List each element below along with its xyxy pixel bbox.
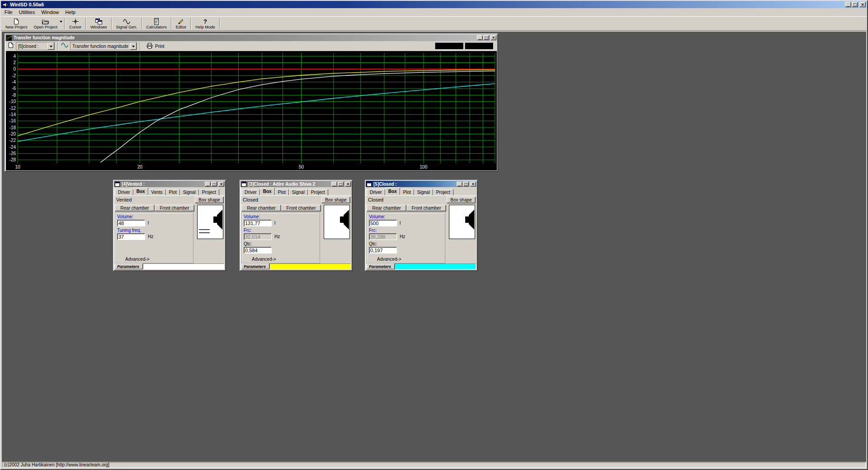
qtc-input[interactable] xyxy=(369,247,397,254)
svg-text:-22: -22 xyxy=(9,138,16,143)
parameters-tab[interactable]: Parameters xyxy=(367,263,395,269)
svg-text:-20: -20 xyxy=(9,132,16,136)
tab-driver[interactable]: Driver xyxy=(115,189,133,196)
box-tab-content: Closed Box shape Rear chamber Front cham… xyxy=(241,195,352,264)
child-titlebar[interactable]: [5]Closed : _ □ × xyxy=(366,181,477,187)
tab-box[interactable]: Box xyxy=(133,188,148,195)
close-button[interactable]: × xyxy=(470,182,476,187)
project-combo[interactable]: [5]closed : xyxy=(16,42,55,50)
speaker-icon xyxy=(344,210,349,230)
new-project-icon xyxy=(13,18,20,25)
editor-icon xyxy=(177,18,184,25)
transfer-function-chart[interactable]: 420-2-4-6-8-10-12-14-16-18-20-22-24-26-2… xyxy=(6,51,497,170)
rear-chamber-tab[interactable]: Rear chamber xyxy=(241,205,281,212)
cursor-button[interactable]: Cursor xyxy=(66,17,85,30)
plot-window-icon xyxy=(6,35,12,41)
close-button[interactable]: × xyxy=(345,182,351,187)
front-chamber-tab[interactable]: Front chamber xyxy=(281,205,321,212)
open-project-dropdown-arrow[interactable] xyxy=(60,21,62,24)
tab-box[interactable]: Box xyxy=(385,188,400,195)
close-button[interactable]: × xyxy=(218,182,224,187)
box-shape-button[interactable]: Box shape xyxy=(447,197,476,203)
tab-vents[interactable]: Vents xyxy=(148,189,166,196)
plot-window-titlebar[interactable]: Transfer function magnitude _ □ × xyxy=(5,34,497,41)
frc-unit: Hz xyxy=(400,234,405,239)
editor-button[interactable]: Editor xyxy=(173,17,190,30)
maximize-button[interactable]: □ xyxy=(463,182,469,187)
maximize-button[interactable]: □ xyxy=(338,182,344,187)
advanced-button[interactable]: Advanced-> xyxy=(125,257,150,262)
new-project-button[interactable]: New Project xyxy=(2,17,31,30)
signal-gen-button[interactable]: Signal Gen. xyxy=(113,17,141,30)
svg-text:20: 20 xyxy=(137,164,143,169)
box-shape-button[interactable]: Box shape xyxy=(321,197,350,203)
help-mode-button[interactable]: ? Help Mode xyxy=(192,17,218,30)
parameters-tab[interactable]: Parameters xyxy=(241,263,269,269)
window-title: [3]Closed : Adire Audio Shiva 2 xyxy=(248,182,315,187)
maximize-button[interactable]: □ xyxy=(852,2,858,7)
tab-signal[interactable]: Signal xyxy=(289,189,308,196)
volume-input[interactable] xyxy=(244,220,272,226)
waveform-icon xyxy=(61,42,68,50)
tab-project[interactable]: Project xyxy=(308,189,328,196)
cursor-icon xyxy=(72,18,79,25)
front-chamber-tab[interactable]: Front chamber xyxy=(406,205,446,212)
tab-project[interactable]: Project xyxy=(199,189,219,196)
child-titlebar[interactable]: [4]Vented : _ □ × xyxy=(114,181,225,187)
minimize-button[interactable]: _ xyxy=(457,182,462,187)
minimize-button[interactable]: _ xyxy=(205,182,211,187)
windows-button[interactable]: Windows xyxy=(87,17,110,30)
menu-window[interactable]: Window xyxy=(38,9,62,15)
project-combo-arrow-icon[interactable] xyxy=(47,42,54,50)
close-button[interactable]: × xyxy=(491,35,496,40)
tuning-freq-input[interactable] xyxy=(117,233,145,240)
window-title: [4]Vented : xyxy=(122,182,145,187)
rear-chamber-tab[interactable]: Rear chamber xyxy=(115,205,155,212)
open-project-button[interactable]: Open Project xyxy=(31,17,64,30)
minimize-button[interactable]: _ xyxy=(845,2,851,7)
svg-text:10: 10 xyxy=(15,164,20,169)
plot-type-combo-arrow-icon[interactable] xyxy=(130,42,137,50)
toolbar-separator xyxy=(64,18,65,29)
volume-input[interactable] xyxy=(117,220,145,226)
child-titlebar[interactable]: [3]Closed : Adire Audio Shiva 2 _ □ × xyxy=(241,181,352,187)
calculators-button[interactable]: Calculators xyxy=(143,17,170,30)
tab-plot[interactable]: Plot xyxy=(166,189,180,196)
tab-box[interactable]: Box xyxy=(260,188,275,195)
tab-project[interactable]: Project xyxy=(433,189,453,196)
box-type-label: Vented xyxy=(116,197,132,202)
qtc-input[interactable] xyxy=(244,247,272,254)
tab-signal[interactable]: Signal xyxy=(414,189,433,196)
print-button[interactable]: Print xyxy=(143,42,167,51)
tab-plot[interactable]: Plot xyxy=(400,189,414,196)
window-title: [5]Closed : xyxy=(373,182,397,187)
curve-color-strip xyxy=(395,263,476,269)
tab-signal[interactable]: Signal xyxy=(180,189,199,196)
winisd-main-window: WinISD 0.50a6 _ □ × File Utilities Windo… xyxy=(0,0,868,470)
maximize-button[interactable]: □ xyxy=(483,35,489,40)
front-chamber-tab[interactable]: Front chamber xyxy=(155,205,194,212)
advanced-button[interactable]: Advanced-> xyxy=(252,257,276,262)
print-icon xyxy=(146,42,153,50)
menu-file[interactable]: File xyxy=(1,9,16,15)
plot-type-combo[interactable]: Transfer function magnitude xyxy=(70,42,137,50)
minimize-button[interactable]: _ xyxy=(477,35,483,40)
tab-plot[interactable]: Plot xyxy=(275,189,289,196)
rear-chamber-tab[interactable]: Rear chamber xyxy=(367,205,406,212)
menu-help[interactable]: Help xyxy=(62,9,79,15)
close-button[interactable]: × xyxy=(859,2,866,7)
svg-text:-8: -8 xyxy=(12,93,16,98)
main-titlebar[interactable]: WinISD 0.50a6 _ □ × xyxy=(1,1,867,8)
minimize-button[interactable]: _ xyxy=(331,182,337,187)
parameters-tab[interactable]: Parameters xyxy=(115,263,143,269)
advanced-button[interactable]: Advanced-> xyxy=(377,257,401,262)
box-shape-button[interactable]: Box shape xyxy=(195,197,224,203)
tab-driver[interactable]: Driver xyxy=(367,189,385,196)
volume-input[interactable] xyxy=(369,220,397,226)
chamber-parameters-panel: Volume: l Frc: Hz Qtc: Advanced-> xyxy=(367,212,445,263)
frc-input xyxy=(369,233,397,240)
tab-driver[interactable]: Driver xyxy=(241,189,260,196)
menu-utilities[interactable]: Utilities xyxy=(16,9,38,15)
maximize-button[interactable]: □ xyxy=(211,182,217,187)
svg-text:-4: -4 xyxy=(12,80,16,85)
